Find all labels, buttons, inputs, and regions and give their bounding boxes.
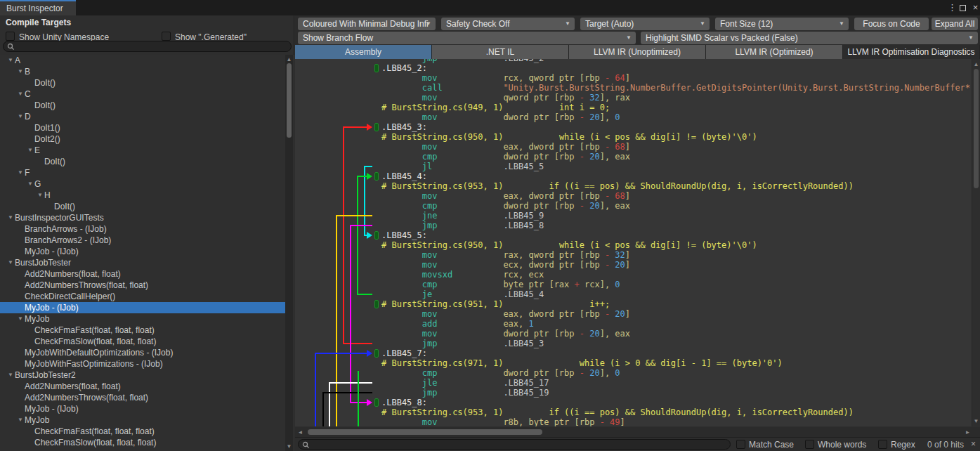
tree-item-doit-[interactable]: DoIt() [0, 201, 286, 212]
expand-triangle-icon[interactable]: ▼ [8, 370, 13, 381]
tree-item-myjob-ijob-[interactable]: MyJob - (IJob) [0, 246, 286, 257]
tree-item-myjob-ijob-[interactable]: MyJob - (IJob) [0, 403, 286, 414]
basic-block-marker [374, 231, 379, 240]
tree-item-add2numbersthrows-float-float-[interactable]: Add2NumbersThrows(float, float) [0, 392, 286, 403]
code-line: # BurstString.cs(950, 1) while (i < pos … [381, 132, 972, 142]
tree-item-doit-[interactable]: DoIt() [0, 77, 286, 89]
tree-item-brancharrows2-ijob-[interactable]: BranchArrows2 - (IJob) [0, 235, 286, 246]
tree-item-myjob[interactable]: ▼MyJob [0, 414, 286, 426]
tab-llvm-ir-optimisation-diagnostics[interactable]: LLVM IR Optimisation Diagnostics [843, 45, 980, 59]
expand-triangle-icon[interactable]: ▼ [18, 66, 23, 77]
tree-item-doit-[interactable]: DoIt() [0, 100, 286, 111]
expand-triangle-icon[interactable]: ▼ [27, 145, 33, 156]
tree-item-checkfmaslow-float-float-float-[interactable]: CheckFmaSlow(float, float, float) [0, 336, 286, 347]
debug-info-dropdown[interactable]: Coloured With Minimal Debug Infi▼ [298, 18, 436, 30]
expand-triangle-icon[interactable]: ▼ [18, 313, 23, 325]
expand-triangle-icon[interactable]: ▼ [18, 414, 23, 426]
search-close-icon[interactable]: × [971, 439, 976, 449]
tree-item-d[interactable]: ▼D [0, 111, 286, 122]
target-dropdown[interactable]: Target (Auto)▼ [580, 18, 710, 30]
code-scroll-down-icon[interactable]: ▼ [972, 418, 980, 424]
font-size-dropdown[interactable]: Font Size (12)▼ [715, 18, 849, 30]
chevron-down-icon: ▼ [626, 32, 632, 44]
tree-item-label: CheckFmaSlow(float, float, float) [34, 437, 156, 448]
tree-item-h[interactable]: ▼H [0, 190, 286, 201]
tree-item-label: Add2Numbers(float, float) [25, 268, 121, 280]
expand-triangle-icon[interactable]: ▼ [8, 257, 13, 268]
code-scroll-right-icon[interactable]: ► [964, 429, 972, 436]
kebab-menu-icon[interactable]: ⋮ [947, 2, 958, 13]
tree-item-e[interactable]: ▼E [0, 145, 286, 156]
scroll-down-icon[interactable]: ▼ [285, 443, 293, 450]
tree-item-myjobwithdefaultoptimizations-ijob-[interactable]: MyJobWithDefaultOptimizations - (IJob) [0, 347, 286, 358]
tree-item-label: Add2Numbers(float, float) [25, 381, 121, 392]
code-vscroll-thumb[interactable] [974, 69, 979, 188]
tree-item-doit-[interactable]: DoIt() [0, 156, 286, 167]
focus-on-code-button[interactable]: Focus on Code [854, 18, 929, 30]
safety-check-dropdown[interactable]: Safety Check Off▼ [441, 18, 575, 30]
tree-item-g[interactable]: ▼G [0, 178, 286, 190]
code-line: cmp dword ptr [rbp - 20], 0 [381, 368, 972, 378]
tree-scrollbar[interactable]: ▲ ▼ [285, 55, 293, 451]
tree-item-checkfmaslow-float-float-float-[interactable]: CheckFmaSlow(float, float, float) [0, 437, 286, 448]
expand-triangle-icon[interactable]: ▼ [27, 178, 33, 190]
tree-item-burstjobtester2[interactable]: ▼BurstJobTester2 [0, 370, 286, 381]
tree-item-myjob-ijob-[interactable]: MyJob - (IJob) [0, 302, 286, 313]
expand-triangle-icon[interactable]: ▼ [18, 167, 23, 178]
branch-flow-dropdown[interactable]: Show Branch Flow▼ [298, 32, 636, 44]
tree-item-doit2-[interactable]: DoIt2() [0, 133, 286, 145]
tree-item-burstinspectorguitests[interactable]: ▼BurstInspectorGUITests [0, 212, 286, 223]
tree-item-add2numbers-float-float-[interactable]: Add2Numbers(float, float) [0, 268, 286, 280]
tree-item-label: DoIt2() [34, 133, 60, 145]
tab--net-il[interactable]: .NET IL [432, 45, 569, 59]
code-line: mov ecx, dword ptr [rbp - 20] [381, 260, 972, 270]
simd-highlight-dropdown[interactable]: Highlight SIMD Scalar vs Packed (False)▼ [641, 32, 978, 44]
code-line: # BurstString.cs(971, 1) while (i > 0 &&… [381, 358, 972, 368]
tree-item-doit1-[interactable]: DoIt1() [0, 122, 286, 133]
tree-item-b[interactable]: ▼B [0, 66, 286, 77]
tree-item-add2numbersthrows-float-float-[interactable]: Add2NumbersThrows(float, float) [0, 280, 286, 291]
tree-scrollbar-thumb[interactable] [287, 63, 292, 138]
code-scroll-up-icon[interactable]: ▲ [972, 61, 980, 67]
targets-search-input[interactable] [3, 41, 292, 52]
match-case-checkbox[interactable] [736, 440, 745, 449]
expand-triangle-icon[interactable]: ▼ [18, 111, 23, 122]
window-tab-burst-inspector[interactable]: Burst Inspector [0, 0, 76, 15]
tab-llvm-ir-optimized-[interactable]: LLVM IR (Optimized) [706, 45, 843, 59]
tree-item-myjobwithfastoptimizations-ijob-[interactable]: MyJobWithFastOptimizations - (IJob) [0, 358, 286, 370]
expand-triangle-icon[interactable]: ▼ [37, 190, 43, 201]
code-scroll-left-icon[interactable]: ◄ [296, 429, 304, 436]
show-unity-namespace-checkbox[interactable] [6, 32, 15, 41]
tree-item-a[interactable]: ▼A [0, 55, 286, 66]
expand-triangle-icon[interactable]: ▼ [18, 89, 23, 100]
code-horizontal-scrollbar[interactable]: ◄ ► [295, 427, 980, 437]
show-generated-checkbox[interactable] [162, 32, 171, 41]
expand-triangle-icon[interactable]: ▼ [8, 55, 13, 66]
close-icon[interactable]: × [970, 2, 980, 13]
tree-item-c[interactable]: ▼C [0, 89, 286, 100]
tree-item-label: CheckFmaSlow(float, float, float) [34, 336, 156, 347]
regex-checkbox[interactable] [878, 440, 887, 449]
code-hscroll-thumb[interactable] [308, 429, 542, 435]
assembly-code-pane[interactable]: jmp .LBB45_2.LBB45_2: mov rcx, qword ptr… [295, 59, 972, 426]
tree-item-checkfmafast-float-float-float-[interactable]: CheckFmaFast(float, float, float) [0, 426, 286, 437]
expand-triangle-icon[interactable]: ▼ [8, 212, 13, 223]
code-search-input[interactable] [298, 439, 731, 450]
tree-item-add2numbers-float-float-[interactable]: Add2Numbers(float, float) [0, 381, 286, 392]
toolbar: Coloured With Minimal Debug Infi▼Safety … [295, 15, 980, 45]
tab-llvm-ir-unoptimized-[interactable]: LLVM IR (Unoptimized) [569, 45, 706, 59]
tree-item-myjob[interactable]: ▼MyJob [0, 313, 286, 325]
tree-item-f[interactable]: ▼F [0, 167, 286, 178]
tree-item-burstjobtester[interactable]: ▼BurstJobTester [0, 257, 286, 268]
search-icon [302, 441, 310, 449]
scroll-up-icon[interactable]: ▲ [285, 56, 293, 63]
search-icon [7, 43, 15, 51]
tree-item-checkfmafast-float-float-float-[interactable]: CheckFmaFast(float, float, float) [0, 325, 286, 336]
tab-assembly[interactable]: Assembly [295, 45, 432, 59]
expand-all-button[interactable]: Expand All [932, 18, 978, 30]
code-vertical-scrollbar[interactable]: ▲ ▼ [972, 59, 980, 426]
tree-item-brancharrows-ijob-[interactable]: BranchArrows - (IJob) [0, 223, 286, 235]
tree-item-checkdirectcallhelper-[interactable]: CheckDirectCallHelper() [0, 291, 286, 302]
maximize-icon[interactable] [960, 5, 966, 11]
whole-words-checkbox[interactable] [805, 440, 814, 449]
